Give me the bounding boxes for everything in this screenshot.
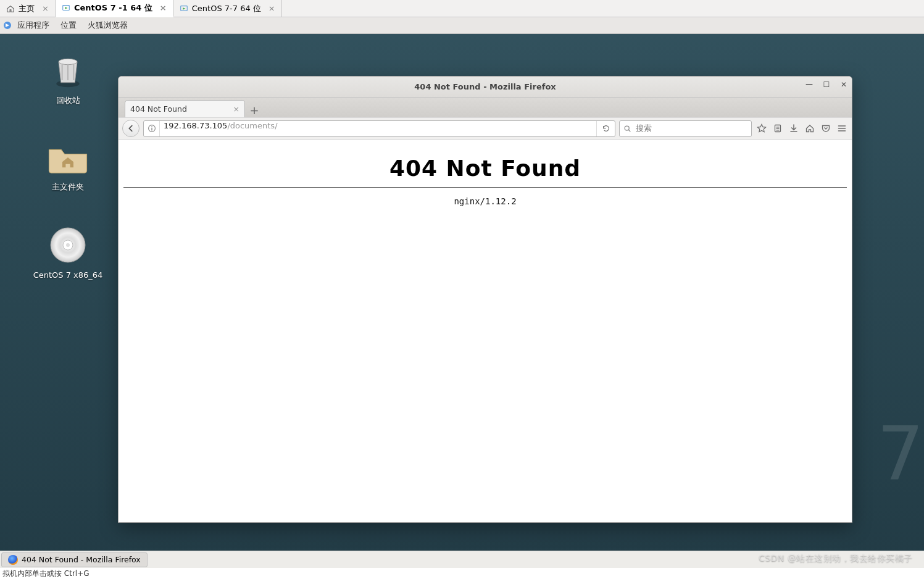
vm-tab-label: 主页 <box>19 3 35 14</box>
svg-line-14 <box>628 130 630 131</box>
pocket-icon <box>821 123 831 133</box>
vm-tab-label: CentOS 7 -1 64 位 <box>74 2 152 14</box>
close-icon[interactable]: × <box>42 4 49 13</box>
centos-bg-glyph: 7 <box>877 410 924 496</box>
firefox-tabstrip: 404 Not Found × + <box>119 98 852 117</box>
svg-point-9 <box>66 243 70 247</box>
bookmark-star-button[interactable] <box>755 122 768 135</box>
url-input[interactable]: 192.168.73.105/documents/ <box>160 121 596 136</box>
maximize-button[interactable]: ☐ <box>822 80 831 89</box>
disc-icon <box>48 225 88 265</box>
svg-marker-1 <box>65 7 67 9</box>
window-title: 404 Not Found - Mozilla Firefox <box>414 82 556 91</box>
site-identity-icon[interactable] <box>144 121 160 136</box>
reload-button[interactable] <box>596 121 615 136</box>
vm-host-tabbar: 主页 × CentOS 7 -1 64 位 × CentOS 7-7 64 位 … <box>0 0 924 17</box>
search-bar[interactable] <box>619 120 752 137</box>
svg-point-13 <box>625 126 629 130</box>
home-icon <box>6 4 15 13</box>
window-controls: — ☐ ✕ <box>805 80 848 89</box>
desktop-icon-cdrom[interactable]: CentOS 7 x86_64 <box>28 225 108 280</box>
reload-icon <box>602 124 610 133</box>
tab-close-icon[interactable]: × <box>233 104 239 114</box>
firefox-toolbar: 192.168.73.105/documents/ <box>119 117 852 140</box>
url-path-text: /documents/ <box>227 121 277 130</box>
desktop-icon-home[interactable]: 主文件夹 <box>28 139 108 193</box>
csdn-watermark: CSDN @站在这别动，我去给你买橘子 <box>759 553 913 564</box>
firefox-window: 404 Not Found - Mozilla Firefox — ☐ ✕ 40… <box>118 76 852 523</box>
server-signature: nginx/1.12.2 <box>123 196 847 206</box>
vm-tab-label: CentOS 7-7 64 位 <box>192 3 261 14</box>
url-bar[interactable]: 192.168.73.105/documents/ <box>143 120 615 137</box>
applications-icon <box>2 20 12 30</box>
close-icon[interactable]: × <box>268 4 275 13</box>
svg-point-11 <box>151 127 152 128</box>
search-icon <box>623 125 631 133</box>
vm-icon <box>62 4 70 12</box>
svg-rect-12 <box>151 128 152 130</box>
vm-tab-centos2[interactable]: CentOS 7-7 64 位 × <box>173 0 282 17</box>
menu-firefox[interactable]: 火狐浏览器 <box>88 20 128 31</box>
vm-tab-home[interactable]: 主页 × <box>0 0 56 17</box>
desktop-icon-label: 回收站 <box>28 95 108 106</box>
browser-tab-0[interactable]: 404 Not Found × <box>125 100 245 117</box>
svg-marker-3 <box>183 7 185 10</box>
nav-back-button[interactable] <box>122 120 139 137</box>
menu-icon <box>837 123 847 133</box>
minimize-button[interactable]: — <box>805 80 814 89</box>
arrow-left-icon <box>127 124 135 133</box>
home-icon <box>805 123 815 133</box>
trash-icon <box>49 52 86 90</box>
vm-icon <box>180 4 188 13</box>
close-button[interactable]: ✕ <box>839 80 848 89</box>
vm-tab-centos1[interactable]: CentOS 7 -1 64 位 × <box>56 0 173 17</box>
firefox-titlebar[interactable]: 404 Not Found - Mozilla Firefox — ☐ ✕ <box>119 77 852 98</box>
star-icon <box>757 123 767 133</box>
divider <box>123 187 847 188</box>
taskbar-item-firefox[interactable]: 404 Not Found - Mozilla Firefox <box>1 552 148 567</box>
taskbar-item-label: 404 Not Found - Mozilla Firefox <box>22 555 141 564</box>
new-tab-button[interactable]: + <box>246 102 262 117</box>
url-host-text: 192.168.73.105 <box>164 121 227 130</box>
menu-applications[interactable]: 应用程序 <box>17 20 49 31</box>
gnome-desktop[interactable]: 7 回收站 主文件夹 CentOS 7 x86_64 <box>0 34 924 549</box>
gnome-top-menubar: 应用程序 位置 火狐浏览器 <box>0 17 924 34</box>
desktop-icon-label: CentOS 7 x86_64 <box>28 270 108 280</box>
folder-home-icon <box>46 139 90 176</box>
search-input[interactable] <box>635 123 747 133</box>
pocket-button[interactable] <box>820 122 832 135</box>
hamburger-menu-button[interactable] <box>836 122 848 135</box>
download-icon <box>789 123 799 133</box>
info-icon <box>148 124 156 133</box>
downloads-button[interactable] <box>788 122 800 135</box>
desktop-icon-trash[interactable]: 回收站 <box>28 52 108 106</box>
error-heading: 404 Not Found <box>123 156 847 181</box>
library-button[interactable] <box>772 122 784 135</box>
desktop-icon-label: 主文件夹 <box>28 181 108 193</box>
firefox-icon <box>8 555 18 565</box>
menu-places[interactable]: 位置 <box>60 20 77 31</box>
page-content: 404 Not Found nginx/1.12.2 <box>119 140 852 522</box>
clipboard-icon <box>773 123 783 133</box>
vm-status-hint: 拟机内部单击或按 Ctrl+G <box>0 568 924 579</box>
tab-label: 404 Not Found <box>130 104 187 114</box>
home-button[interactable] <box>804 122 816 135</box>
svg-point-6 <box>59 59 77 64</box>
close-icon[interactable]: × <box>160 3 167 12</box>
